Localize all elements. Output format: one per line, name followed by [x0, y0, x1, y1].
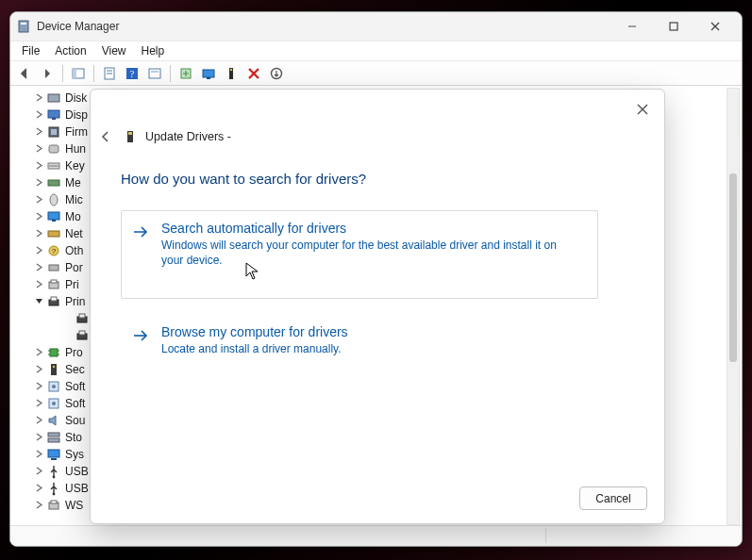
svg-rect-58: [48, 433, 59, 436]
tree-item-label: Disk: [65, 91, 87, 105]
svg-rect-16: [203, 70, 214, 77]
tree-item-label: Me: [65, 176, 81, 189]
expander-icon[interactable]: [33, 467, 44, 477]
expander-icon[interactable]: [33, 263, 44, 273]
expander-icon[interactable]: [33, 110, 44, 121]
tree-item-label: Soft: [65, 380, 85, 393]
expander-icon[interactable]: [33, 348, 44, 358]
svg-rect-27: [51, 129, 57, 135]
option-title: Search automatically for drivers: [161, 221, 580, 236]
titlebar[interactable]: Device Manager: [10, 12, 742, 41]
expander-icon[interactable]: [33, 297, 44, 307]
tree-item-label: Sou: [65, 414, 85, 427]
menu-view[interactable]: View: [94, 42, 134, 59]
statusbar: [10, 525, 742, 546]
driver-icon: [123, 129, 138, 144]
svg-rect-42: [51, 297, 57, 301]
svg-point-63: [53, 493, 56, 496]
toolbar-separator: [93, 65, 94, 82]
cancel-button[interactable]: Cancel: [579, 486, 647, 510]
close-button[interactable]: [694, 13, 736, 40]
tree-item-label: Oth: [65, 244, 83, 257]
expander-icon[interactable]: [33, 127, 44, 138]
menu-action[interactable]: Action: [47, 42, 93, 59]
tree-item-label: Prin: [65, 295, 85, 308]
scrollbar-thumb[interactable]: [729, 173, 737, 362]
expander-icon[interactable]: [33, 382, 44, 392]
expander-icon[interactable]: [33, 450, 44, 460]
expander-icon[interactable]: [33, 501, 44, 511]
tree-item-label: USB: [65, 482, 89, 495]
svg-rect-17: [207, 77, 210, 79]
printer-icon: [75, 311, 90, 326]
svg-rect-38: [49, 265, 58, 271]
dialog-title: Update Drivers -: [145, 130, 231, 143]
tree-item-label: Key: [65, 159, 85, 173]
usb-icon: [46, 481, 61, 496]
svg-rect-40: [51, 280, 57, 283]
expander-icon[interactable]: [33, 212, 44, 222]
expander-icon[interactable]: [33, 144, 44, 155]
system-icon: [46, 447, 61, 462]
menu-file[interactable]: File: [14, 42, 47, 59]
expander-icon[interactable]: [33, 484, 44, 494]
expander-icon[interactable]: [33, 93, 44, 104]
update-driver-button[interactable]: [175, 63, 196, 84]
svg-rect-44: [79, 314, 85, 318]
svg-rect-7: [73, 69, 76, 78]
hid-icon: [46, 141, 61, 156]
scrollbar-vertical[interactable]: [727, 88, 740, 525]
properties-button[interactable]: [99, 63, 120, 84]
svg-rect-47: [50, 349, 58, 356]
show-hide-tree-button[interactable]: [68, 63, 89, 84]
cancel-button-label: Cancel: [595, 492, 630, 505]
svg-point-55: [52, 385, 56, 388]
svg-text:?: ?: [52, 247, 57, 255]
svg-rect-25: [52, 118, 56, 120]
svg-point-32: [50, 194, 58, 206]
window-title: Device Manager: [37, 20, 119, 33]
add-legacy-hardware-button[interactable]: [221, 63, 242, 84]
dialog-back-button[interactable]: [96, 127, 115, 146]
action-icon-button[interactable]: [144, 63, 165, 84]
expander-icon[interactable]: [33, 365, 44, 375]
expander-icon[interactable]: [33, 178, 44, 189]
svg-point-57: [52, 402, 56, 405]
processor-icon: [46, 345, 61, 360]
expander-icon[interactable]: [33, 229, 44, 239]
expander-icon[interactable]: [33, 161, 44, 172]
software-icon: [46, 379, 61, 394]
other-icon: ?: [46, 243, 61, 258]
arrow-right-icon: [131, 326, 150, 345]
expander-icon[interactable]: [33, 399, 44, 409]
minimize-button[interactable]: [611, 13, 653, 40]
menu-help[interactable]: Help: [134, 42, 173, 59]
usb-icon: [46, 464, 61, 479]
scan-for-changes-button[interactable]: [266, 63, 287, 84]
help-button[interactable]: ?: [122, 63, 142, 84]
display-icon: [46, 107, 61, 123]
svg-rect-46: [79, 331, 85, 335]
printqueue-icon: [46, 277, 61, 292]
tree-item-label: Disp: [65, 108, 88, 122]
expander-icon[interactable]: [33, 416, 44, 426]
statusbar-panel: [545, 528, 734, 543]
software-icon: [46, 396, 61, 411]
browse-computer-option[interactable]: Browse my computer for drivers Locate an…: [121, 314, 598, 369]
expander-icon[interactable]: [33, 246, 44, 256]
nav-back-button[interactable]: [14, 63, 35, 84]
svg-rect-23: [48, 94, 59, 102]
svg-point-62: [53, 476, 56, 479]
search-automatically-option[interactable]: Search automatically for drivers Windows…: [121, 210, 598, 299]
nav-forward-button[interactable]: [37, 63, 58, 84]
expander-icon[interactable]: [33, 280, 44, 290]
expander-icon[interactable]: [33, 195, 44, 206]
svg-rect-13: [149, 69, 160, 78]
dialog-close-button[interactable]: [630, 97, 655, 122]
maximize-button[interactable]: [653, 13, 694, 40]
tree-item-label: Sec: [65, 363, 85, 376]
expander-icon[interactable]: [33, 433, 44, 443]
uninstall-device-button[interactable]: [243, 63, 264, 84]
scan-hardware-button[interactable]: [198, 63, 219, 84]
sound-icon: [46, 413, 61, 428]
